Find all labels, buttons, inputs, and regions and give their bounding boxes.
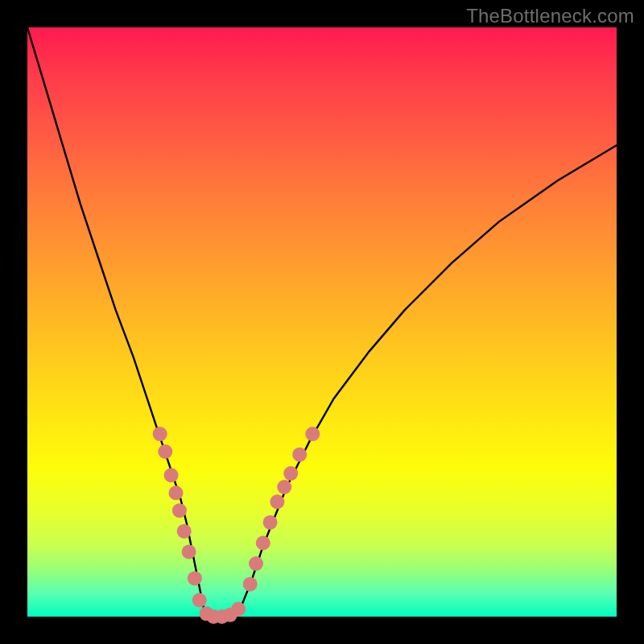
marker-point	[177, 524, 192, 539]
marker-point	[292, 448, 307, 462]
marker-point	[182, 545, 196, 559]
marker-point	[169, 485, 184, 500]
bottleneck-curve	[27, 27, 617, 617]
marker-point	[263, 515, 278, 530]
marker-point	[231, 602, 246, 617]
marker-point	[305, 427, 320, 441]
marker-point	[164, 468, 179, 482]
marker-point	[153, 427, 167, 441]
marker-point	[283, 466, 298, 481]
marker-point	[256, 536, 270, 551]
marker-point	[243, 577, 258, 592]
marker-point	[277, 480, 291, 494]
marker-group	[153, 427, 320, 624]
marker-point	[188, 571, 202, 585]
marker-point	[270, 494, 284, 509]
marker-point	[249, 556, 263, 571]
curve-layer	[27, 27, 617, 617]
marker-point	[192, 593, 207, 608]
outer-frame: TheBottleneck.com	[0, 0, 644, 644]
marker-point	[172, 503, 187, 518]
watermark-label: TheBottleneck.com	[466, 5, 634, 27]
marker-point	[158, 444, 172, 459]
